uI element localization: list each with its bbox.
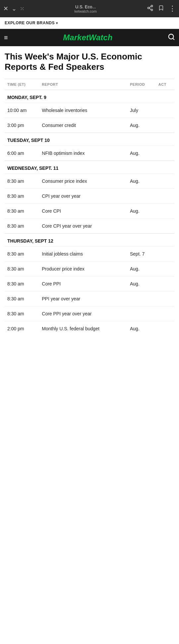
report-cell: Core PPI [39, 276, 127, 291]
logo-green: Watch [89, 33, 113, 42]
browser-chrome: ✕ ⌄ ⁙ U.S. Eco... ketwatch.com ⋮ [0, 0, 179, 17]
day-label: MONDAY, SEPT. 9 [5, 90, 174, 103]
period-cell: Aug. [127, 204, 156, 219]
day-header-row: WEDNESDAY, SEPT. 11 [5, 161, 174, 174]
time-cell: 8:30 am [5, 204, 39, 219]
logo-black: Market [63, 33, 89, 42]
time-cell: 8:30 am [5, 291, 39, 306]
table-row: 8:30 amCore CPIAug. [5, 204, 174, 219]
article-title: This Week's Major U.S. Economic Reports … [0, 46, 179, 79]
actual-cell [156, 276, 174, 291]
report-cell: Core CPI year over year [39, 219, 127, 234]
col-time: TIME (ET) [5, 79, 39, 90]
day-header-row: TUESDAY, SEPT 10 [5, 133, 174, 146]
period-cell [127, 219, 156, 234]
svg-line-3 [149, 8, 151, 9]
period-cell: Aug. [127, 174, 156, 189]
bookmark-icon[interactable] [158, 5, 164, 13]
actual-cell [156, 118, 174, 133]
table-row: 2:00 pmMonthly U.S. federal budgetAug. [5, 321, 174, 336]
day-header-row: MONDAY, SEPT. 9 [5, 90, 174, 103]
actual-cell [156, 189, 174, 204]
report-cell: Producer price index [39, 262, 127, 276]
site-header: ≡ MarketWatch [0, 29, 179, 46]
time-cell: 8:30 am [5, 189, 39, 204]
explore-label: EXPLORE OUR BRANDS [5, 21, 55, 25]
report-cell: PPI year over year [39, 291, 127, 306]
svg-line-6 [173, 38, 174, 40]
chevron-down-icon[interactable]: ⌄ [12, 5, 17, 12]
period-cell: Aug. [127, 276, 156, 291]
time-cell: 10:00 am [5, 103, 39, 118]
table-row: 10:00 amWholesale inventoriesJuly [5, 103, 174, 118]
period-cell: Aug. [127, 321, 156, 336]
report-cell: Consumer price index [39, 174, 127, 189]
browser-title: U.S. Eco... [75, 4, 96, 9]
table-header-row: TIME (ET) REPORT PERIOD ACT [5, 79, 174, 90]
close-icon[interactable]: ✕ [3, 5, 8, 12]
period-cell: Aug. [127, 118, 156, 133]
actual-cell [156, 291, 174, 306]
time-cell: 6:00 am [5, 146, 39, 161]
period-cell: Aug. [127, 262, 156, 276]
actual-cell [156, 174, 174, 189]
actual-cell [156, 204, 174, 219]
actual-cell [156, 219, 174, 234]
col-report: REPORT [39, 79, 127, 90]
actual-cell [156, 247, 174, 262]
time-cell: 8:30 am [5, 276, 39, 291]
report-cell: Wholesale inventories [39, 103, 127, 118]
report-cell: Core CPI [39, 204, 127, 219]
explore-bar[interactable]: EXPLORE OUR BRANDS ▾ [0, 17, 179, 29]
col-actual: ACT [156, 79, 174, 90]
report-cell: Core PPI year over year [39, 306, 127, 321]
url-area: U.S. Eco... ketwatch.com [28, 4, 144, 13]
time-cell: 8:30 am [5, 174, 39, 189]
time-cell: 8:30 am [5, 306, 39, 321]
settings-icon[interactable]: ⁙ [20, 6, 24, 12]
table-row: 6:00 amNFIB optimism indexAug. [5, 146, 174, 161]
table-row: 8:30 amInitial jobless claimsSept. 7 [5, 247, 174, 262]
report-cell: NFIB optimism index [39, 146, 127, 161]
site-logo[interactable]: MarketWatch [63, 33, 112, 42]
period-cell [127, 189, 156, 204]
time-cell: 2:00 pm [5, 321, 39, 336]
time-cell: 8:30 am [5, 247, 39, 262]
time-cell: 3:00 pm [5, 118, 39, 133]
day-label: THURSDAY, SEPT 12 [5, 234, 174, 247]
table-row: 8:30 amCore PPI year over year [5, 306, 174, 321]
day-header-row: THURSDAY, SEPT 12 [5, 234, 174, 247]
col-period: PERIOD [127, 79, 156, 90]
svg-line-4 [149, 6, 151, 7]
more-icon[interactable]: ⋮ [169, 4, 176, 13]
actual-cell [156, 103, 174, 118]
period-cell: Aug. [127, 146, 156, 161]
period-cell [127, 306, 156, 321]
table-row: 8:30 amPPI year over year [5, 291, 174, 306]
day-label: WEDNESDAY, SEPT. 11 [5, 161, 174, 174]
day-label: TUESDAY, SEPT 10 [5, 133, 174, 146]
share-icon[interactable] [147, 5, 153, 13]
table-row: 8:30 amCore CPI year over year [5, 219, 174, 234]
period-cell: July [127, 103, 156, 118]
actual-cell [156, 262, 174, 276]
time-cell: 8:30 am [5, 219, 39, 234]
browser-action-icons: ⋮ [147, 4, 176, 13]
actual-cell [156, 146, 174, 161]
time-cell: 8:30 am [5, 262, 39, 276]
report-cell: CPI year over year [39, 189, 127, 204]
economic-reports-table: TIME (ET) REPORT PERIOD ACT MONDAY, SEPT… [5, 79, 174, 336]
report-cell: Initial jobless claims [39, 247, 127, 262]
explore-chevron-icon: ▾ [56, 21, 58, 25]
actual-cell [156, 306, 174, 321]
report-cell: Monthly U.S. federal budget [39, 321, 127, 336]
search-icon[interactable] [168, 33, 175, 42]
report-cell: Consumer credit [39, 118, 127, 133]
browser-domain: ketwatch.com [74, 9, 96, 13]
economic-table-container: TIME (ET) REPORT PERIOD ACT MONDAY, SEPT… [0, 79, 179, 346]
table-row: 8:30 amCPI year over year [5, 189, 174, 204]
hamburger-icon[interactable]: ≡ [4, 34, 8, 42]
period-cell: Sept. 7 [127, 247, 156, 262]
table-row: 3:00 pmConsumer creditAug. [5, 118, 174, 133]
actual-cell [156, 321, 174, 336]
